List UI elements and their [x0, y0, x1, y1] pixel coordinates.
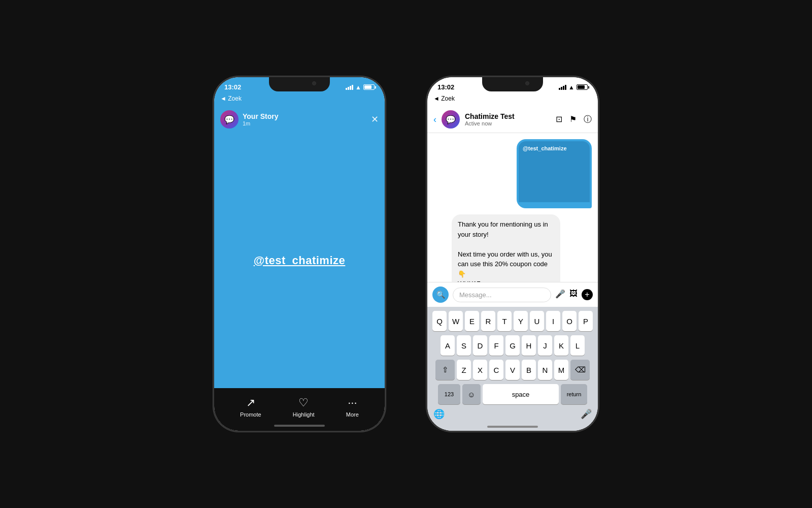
status-icons-1: ▲ — [346, 84, 375, 91]
story-header: 💬 Your Story 1m ✕ — [214, 106, 385, 133]
key-j[interactable]: J — [538, 335, 552, 356]
key-t[interactable]: T — [497, 311, 512, 331]
story-mention[interactable]: @test_chatimize — [254, 254, 346, 267]
highlight-label: Highlight — [293, 411, 315, 418]
highlight-icon: ♡ — [298, 396, 309, 409]
backspace-key[interactable]: ⌫ — [570, 360, 590, 380]
key-n[interactable]: N — [538, 360, 552, 380]
story-nav: ◄ Zoek — [214, 93, 385, 106]
story-footer: ↗ Promote ♡ Highlight ··· More — [214, 388, 385, 422]
chat-back-button[interactable]: ‹ — [433, 114, 436, 125]
phone-chat: 13:02 ▲ ◄ Zoek ‹ 💬 — [426, 76, 599, 432]
battery-1 — [363, 84, 375, 90]
keyboard: Q W E R T Y U I O P A S D F G H J K L — [427, 307, 598, 431]
key-k[interactable]: K — [554, 335, 568, 356]
key-c[interactable]: C — [489, 360, 503, 380]
signal-2 — [559, 85, 566, 90]
story-header-info: Your Story 1m — [243, 112, 367, 126]
back-button-2[interactable]: ◄ Zoek — [433, 95, 455, 102]
avatar-emoji-1: 💬 — [224, 115, 234, 124]
key-z[interactable]: Z — [457, 360, 471, 380]
story-content: @test_chatimize — [214, 133, 385, 388]
emoji-key[interactable]: ☺ — [462, 384, 481, 404]
battery-2 — [577, 84, 588, 90]
more-icon: ··· — [348, 396, 357, 409]
key-a[interactable]: A — [441, 335, 455, 356]
key-x[interactable]: X — [473, 360, 487, 380]
numbers-key[interactable]: 123 — [438, 384, 460, 404]
phone-story: 13:02 ▲ ◄ Zoek 💬 — [213, 76, 386, 432]
key-b[interactable]: B — [522, 360, 536, 380]
key-u[interactable]: U — [530, 311, 544, 331]
globe-icon[interactable]: 🌐 — [433, 408, 445, 420]
input-avatar: 🔍 — [432, 287, 449, 303]
image-icon[interactable]: 🖼 — [569, 289, 578, 300]
keyboard-mic-icon[interactable]: 🎤 — [581, 408, 592, 420]
key-f[interactable]: F — [489, 335, 503, 356]
key-w[interactable]: W — [449, 311, 463, 331]
story-tag: @test_chatimize — [523, 145, 567, 151]
close-button[interactable]: ✕ — [371, 114, 379, 125]
chat-avatar: 💬 — [442, 110, 460, 129]
avatar-emoji-2: 💬 — [446, 115, 456, 124]
message-input[interactable]: Message... — [453, 288, 551, 302]
message-text: Thank you for mentioning us in your stor… — [458, 219, 554, 282]
add-icon[interactable]: + — [582, 289, 593, 300]
chat-input-area: 🔍 Message... 🎤 🖼 + — [427, 282, 598, 307]
info-icon[interactable]: ⓘ — [584, 114, 592, 125]
keyboard-bottom: 🌐 🎤 — [429, 408, 596, 424]
more-label: More — [346, 411, 359, 418]
key-e[interactable]: E — [465, 311, 479, 331]
chat-header: ‹ 💬 Chatimize Test Active now ⊡ ⚑ ⓘ — [427, 106, 598, 133]
key-h[interactable]: H — [522, 335, 536, 356]
key-r[interactable]: R — [481, 311, 495, 331]
promote-label: Promote — [240, 411, 261, 418]
keyboard-row-4: 123 ☺ space return — [429, 384, 596, 404]
story-time: 1m — [243, 120, 367, 126]
wifi-icon-1: ▲ — [355, 84, 361, 91]
highlight-action[interactable]: ♡ Highlight — [293, 396, 315, 418]
received-message: 💬 Thank you for mentioning us in your st… — [433, 214, 560, 282]
received-bubble: Thank you for mentioning us in your stor… — [452, 214, 560, 282]
time-2: 13:02 — [437, 83, 454, 91]
chat-header-info: Chatimize Test Active now — [465, 112, 551, 126]
story-title: Your Story — [243, 112, 367, 120]
chat-name: Chatimize Test — [465, 112, 551, 120]
chat-messages: @test_chatimize 💬 Thank you for mentioni… — [427, 133, 598, 282]
back-button-1[interactable]: ◄ Zoek — [220, 95, 242, 102]
key-s[interactable]: S — [457, 335, 471, 356]
keyboard-row-2: A S D F G H J K L — [429, 335, 596, 356]
key-p[interactable]: P — [579, 311, 593, 331]
chat-status: Active now — [465, 120, 551, 126]
key-q[interactable]: Q — [432, 311, 447, 331]
key-l[interactable]: L — [570, 335, 585, 356]
keyboard-row-1: Q W E R T Y U I O P — [429, 311, 596, 331]
sent-message: @test_chatimize — [517, 139, 592, 208]
key-v[interactable]: V — [505, 360, 520, 380]
key-i[interactable]: I — [546, 311, 560, 331]
chat-header-icons: ⊡ ⚑ ⓘ — [556, 114, 592, 125]
home-indicator-2 — [429, 424, 596, 431]
flag-icon[interactable]: ⚑ — [569, 114, 577, 125]
promote-icon: ↗ — [246, 396, 255, 409]
more-action[interactable]: ··· More — [346, 396, 359, 418]
status-icons-2: ▲ — [559, 84, 588, 91]
sent-bubble: @test_chatimize — [517, 139, 592, 208]
key-d[interactable]: D — [473, 335, 487, 356]
space-key[interactable]: space — [483, 384, 559, 404]
home-indicator-1 — [214, 422, 385, 431]
signal-1 — [346, 85, 353, 90]
chat-nav: ◄ Zoek — [427, 93, 598, 106]
return-key[interactable]: return — [561, 384, 587, 404]
microphone-icon[interactable]: 🎤 — [555, 289, 565, 300]
keyboard-row-3: ⇧ Z X C V B N M ⌫ — [429, 360, 596, 380]
key-y[interactable]: Y — [514, 311, 528, 331]
promote-action[interactable]: ↗ Promote — [240, 396, 261, 418]
key-m[interactable]: M — [554, 360, 568, 380]
key-g[interactable]: G — [505, 335, 520, 356]
time-1: 13:02 — [224, 83, 241, 91]
key-o[interactable]: O — [562, 311, 577, 331]
shift-key[interactable]: ⇧ — [435, 360, 455, 380]
chat-input-icons: 🎤 🖼 + — [555, 289, 593, 300]
video-call-icon[interactable]: ⊡ — [556, 114, 562, 125]
